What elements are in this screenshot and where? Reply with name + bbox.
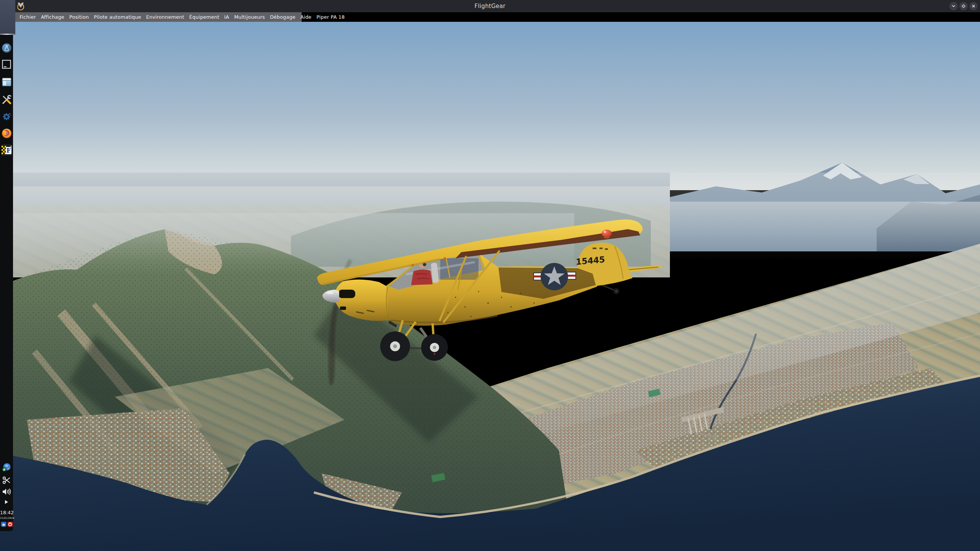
panel-clock[interactable]: 18:42 [0, 510, 13, 515]
gear-icon [2, 112, 12, 122]
taskbar-panel: F [0, 0, 13, 531]
svg-text:F: F [7, 147, 11, 154]
blue-orb-app-icon [2, 43, 12, 53]
taskbar-launcher-show-desktop[interactable] [1, 59, 12, 70]
firefox-icon [2, 128, 12, 139]
menu-item-ia[interactable]: IA [224, 14, 229, 20]
file-manager-icon [2, 77, 12, 87]
menu-item-environnement[interactable]: Environnement [146, 14, 184, 20]
close-icon [971, 4, 976, 8]
panel-header[interactable] [0, 0, 15, 34]
tray-network-globe[interactable] [2, 463, 11, 473]
panel-date[interactable]: 21/01/2024 [0, 517, 13, 520]
menu-item-position[interactable]: Position [69, 14, 89, 20]
maximize-button[interactable] [959, 2, 968, 10]
tray-volume[interactable] [2, 487, 11, 497]
chevron-down-icon [951, 4, 956, 8]
menu-item-multijoueurs[interactable]: Multijoueurs [234, 14, 265, 20]
title-bar[interactable]: FlightGear [0, 0, 980, 12]
menu-item-fichier[interactable]: Fichier [20, 14, 36, 20]
menu-item-debogage[interactable]: Débogage [270, 14, 296, 20]
menu-bar: Fichier Affichage Position Pilote automa… [14, 12, 302, 22]
tools-wrench-screwdriver-icon [2, 95, 12, 105]
power-icon[interactable] [7, 522, 13, 527]
menu-item-affichage[interactable]: Affichage [41, 14, 64, 20]
tray-expander[interactable] [2, 499, 11, 505]
menu-item-equipement[interactable]: Équipement [189, 14, 219, 20]
sky [0, 22, 980, 190]
close-button[interactable] [969, 2, 978, 10]
taskbar-launcher-file-manager[interactable] [1, 77, 12, 87]
show-desktop-icon [2, 59, 11, 69]
menu-item-piper-pa18[interactable]: Piper PA 18 [317, 14, 345, 20]
window-title: FlightGear [0, 0, 980, 12]
rollup-button[interactable] [949, 2, 958, 10]
menu-item-aide[interactable]: Aide [301, 14, 312, 20]
removable-media-icon[interactable] [1, 522, 7, 527]
diamond-icon [961, 4, 966, 8]
session-buttons [1, 522, 13, 527]
speaker-icon [2, 487, 11, 496]
tray-clipboard[interactable] [2, 475, 11, 485]
taskbar-launcher-firefox[interactable] [1, 128, 12, 139]
scissors-icon [2, 476, 11, 485]
desktop: 15445 [0, 0, 980, 551]
globe-icon [2, 463, 11, 473]
taskbar-launcher-blue-orb[interactable] [1, 42, 12, 53]
flightgear-taskbar-icon: F [1, 145, 12, 155]
flightgear-viewport[interactable]: 15445 [0, 22, 980, 551]
taskbar-launcher-settings-gear[interactable] [1, 111, 12, 122]
checker-flag [2, 146, 6, 154]
menu-item-pilote-automatique[interactable]: Pilote automatique [94, 14, 141, 20]
triangle-right-icon [5, 500, 8, 504]
taskbar-launcher-system-tools[interactable] [1, 94, 12, 105]
taskbar-launcher-flightgear[interactable]: F [1, 144, 12, 156]
